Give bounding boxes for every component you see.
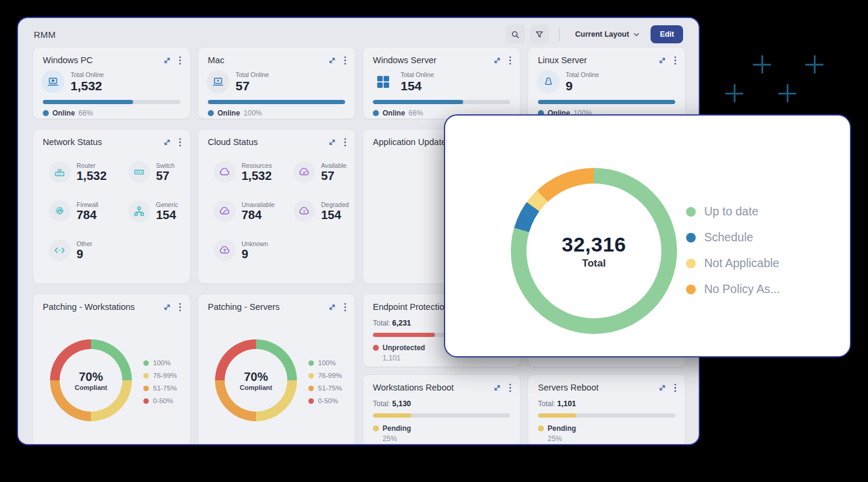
legend-value: 100% — [243, 109, 262, 117]
legend-label: 100% — [318, 359, 336, 366]
compliance-percent: 70% — [244, 370, 268, 384]
card-title: Windows PC — [43, 55, 93, 65]
popup-legend: Up to date Schedule Not Applicable No Po… — [686, 205, 780, 296]
progress-track — [373, 100, 510, 104]
total-label: Total: — [373, 400, 390, 408]
kebab-menu-icon[interactable] — [344, 56, 346, 65]
popup-total-label: Total — [582, 258, 605, 270]
patching-servers-card: Patching - Servers 70% Compliant 100% 76… — [198, 294, 355, 445]
cloud-item-resources: Resources1,532 — [214, 161, 293, 183]
item-value: 154 — [321, 208, 349, 222]
total-value: 1,101 — [557, 400, 576, 408]
kebab-menu-icon[interactable] — [179, 138, 181, 147]
expand-icon[interactable] — [163, 303, 171, 311]
card-title: Endpoint Protection — [373, 302, 449, 312]
kebab-menu-icon[interactable] — [509, 56, 511, 65]
windows-server-card: Windows Server Total Online 154 Online — [363, 47, 520, 119]
layout-selector[interactable]: Current Layout — [569, 26, 646, 42]
legend-dot — [686, 259, 696, 268]
metric-value: 1,532 — [70, 79, 104, 93]
patching-legend: 100% 76-99% 51-75% 0-50% — [308, 359, 342, 404]
progress-track — [43, 100, 180, 104]
expand-icon[interactable] — [493, 57, 501, 64]
kebab-menu-icon[interactable] — [179, 303, 181, 312]
item-label: Router — [76, 162, 107, 169]
patching-donut-chart: 70% Compliant — [50, 339, 132, 421]
patching-donut-chart: 70% Compliant — [215, 339, 297, 421]
kebab-menu-icon[interactable] — [344, 138, 346, 147]
item-value: 57 — [156, 169, 175, 183]
page-title: RMM — [34, 29, 55, 40]
legend-dot — [208, 110, 214, 116]
expand-icon[interactable] — [163, 138, 171, 146]
patch-status-donut-chart: 32,316 Total — [511, 168, 677, 334]
expand-icon[interactable] — [493, 384, 501, 392]
card-title: Servers Reboot — [538, 383, 599, 392]
progress-fill — [373, 333, 435, 337]
card-title: Patching - Workstations — [43, 302, 135, 312]
progress-track — [373, 413, 510, 418]
network-item-router: Router1,532 — [49, 161, 128, 183]
legend-dot — [308, 360, 314, 366]
cloud-available-icon — [293, 161, 315, 183]
item-label: Switch — [156, 162, 175, 169]
kebab-menu-icon[interactable] — [674, 56, 676, 65]
expand-icon[interactable] — [328, 57, 336, 64]
progress-fill — [538, 100, 675, 104]
total-label: Total: — [373, 319, 390, 327]
progress-track — [208, 100, 345, 104]
filter-icon — [535, 30, 544, 39]
filter-button[interactable] — [530, 25, 549, 44]
status-value: 25% — [548, 434, 675, 443]
legend-label: 76-99% — [153, 372, 177, 379]
metric-value: 9 — [566, 79, 599, 93]
item-value: 784 — [242, 208, 275, 222]
linux-penguin-icon — [537, 70, 560, 93]
total-label: Total: — [538, 400, 555, 408]
expand-icon[interactable] — [328, 138, 336, 146]
other-icon — [49, 239, 70, 261]
cloud-unavailable-icon — [214, 200, 236, 222]
generic-icon — [128, 200, 150, 222]
progress-fill — [43, 100, 133, 104]
metric-value: 154 — [401, 79, 434, 93]
network-item-switch: Switch57 — [128, 161, 190, 183]
metric-value: 57 — [236, 79, 269, 93]
total-value: 5,130 — [392, 400, 411, 408]
kebab-menu-icon[interactable] — [344, 303, 346, 312]
expand-icon[interactable] — [658, 57, 666, 64]
stage: RMM Current Layout — [0, 0, 868, 482]
item-label: Available — [321, 162, 346, 169]
plus-icon — [805, 55, 823, 73]
item-label: Generic — [156, 201, 178, 208]
search-button[interactable] — [506, 25, 525, 44]
kebab-menu-icon[interactable] — [509, 383, 511, 392]
legend-dot — [538, 425, 544, 431]
legend-value: 66% — [408, 109, 423, 117]
header-controls: Current Layout Edit — [506, 25, 683, 44]
cloud-item-unknown: Unknown9 — [214, 239, 293, 261]
legend-label: 76-99% — [318, 372, 342, 379]
card-title: Linux Server — [538, 55, 587, 65]
metric-label: Total Online — [401, 71, 434, 78]
legend-label: Online — [52, 109, 75, 117]
progress-fill — [208, 100, 345, 104]
legend-value: 66% — [78, 109, 93, 117]
expand-icon[interactable] — [328, 303, 336, 311]
status-value: 25% — [382, 434, 510, 443]
legend-dot — [686, 285, 696, 294]
cloud-icon — [214, 161, 236, 183]
item-value: 784 — [76, 208, 98, 222]
status-label: Unprotected — [382, 344, 425, 352]
expand-icon[interactable] — [658, 384, 666, 392]
windows-pc-icon — [42, 70, 64, 93]
network-item-firewall: Firewall784 — [49, 200, 128, 222]
item-label: Degraded — [321, 201, 349, 208]
legend-label: Not Applicable — [704, 256, 779, 270]
legend-dot — [143, 386, 149, 391]
kebab-menu-icon[interactable] — [674, 383, 676, 392]
expand-icon[interactable] — [163, 57, 171, 64]
kebab-menu-icon[interactable] — [179, 56, 181, 65]
edit-button[interactable]: Edit — [651, 25, 683, 43]
plus-icon — [778, 84, 796, 102]
